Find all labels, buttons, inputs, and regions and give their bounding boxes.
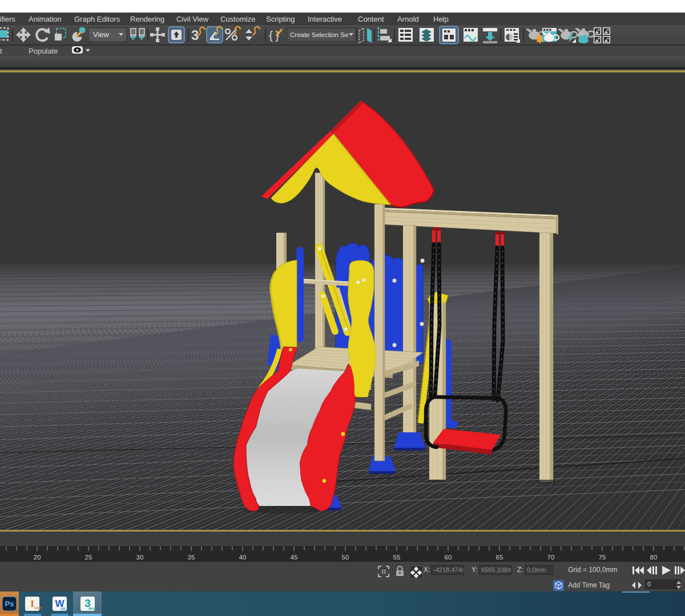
svg-text:45: 45 (291, 554, 298, 561)
svg-text:75: 75 (599, 554, 606, 561)
svg-text:60: 60 (445, 554, 452, 561)
svg-text:3: 3 (191, 27, 199, 43)
svg-text:50: 50 (342, 554, 349, 561)
svg-text:Create Selection Se: Create Selection Se (290, 31, 348, 38)
svg-text:30: 30 (136, 554, 144, 561)
svg-text:20: 20 (34, 554, 41, 561)
svg-text:40: 40 (239, 554, 247, 561)
svg-text:View: View (93, 30, 110, 39)
svg-text:65: 65 (496, 554, 503, 561)
svg-text:70: 70 (547, 554, 555, 561)
svg-text:35: 35 (188, 554, 195, 561)
svg-text:25: 25 (85, 554, 92, 561)
svg-text:80: 80 (650, 554, 658, 561)
svg-text:55: 55 (393, 554, 401, 561)
